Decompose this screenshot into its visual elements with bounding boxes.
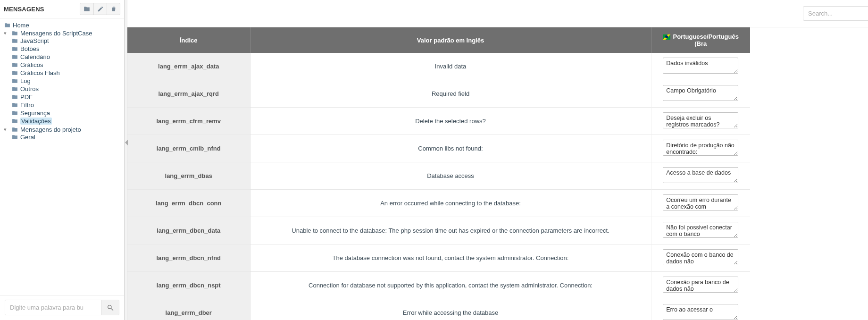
translation-input[interactable] [663,58,738,74]
tree-node[interactable]: Segurança [11,109,122,117]
col-default: Valor padrão em Inglês [250,27,651,53]
folder-icon [11,62,18,68]
pencil-icon [97,6,104,12]
edit-button[interactable] [93,3,107,15]
folder-icon [11,46,18,52]
col-index: Índice [127,27,250,53]
cell-translation [651,217,750,244]
folder-icon [83,6,90,12]
flag-icon [663,34,670,40]
translation-input[interactable] [663,222,738,238]
cell-index: lang_errm_dbcn_conn [127,190,250,217]
cell-index: lang_errm_dbas [127,162,250,190]
cell-default: Invalid data [250,53,651,80]
table-search-input[interactable] [803,6,868,21]
cell-default: Delete the selected rows? [250,108,651,135]
trash-icon [110,6,117,12]
translation-input[interactable] [663,277,738,293]
tree-search [5,300,119,315]
cell-translation [651,108,750,135]
sidebar-header: MENSAGENS [0,0,124,18]
table-row: lang_errm_ajax_dataInvalid data [127,53,750,80]
tree-node-label: PDF [20,93,33,101]
table-row: lang_errm_dbasDatabase access [127,162,750,190]
tree-node[interactable]: ▾Mensagens do ScriptCase [4,30,122,37]
translation-input[interactable] [663,249,738,265]
tree-node[interactable]: Log [11,77,122,84]
cell-translation [651,53,750,80]
table-row: lang_errm_ajax_rqrdRequired field [127,80,750,108]
tree-node-label: Outros [20,85,39,93]
tree-node-label: Segurança [20,109,50,117]
cell-index: lang_errm_dbcn_data [127,217,250,244]
cell-index: lang_errm_dbcn_nspt [127,272,250,299]
translation-input[interactable] [663,112,738,128]
tree-node-label: Botões [20,45,39,52]
folder-icon [11,118,18,124]
cell-default: The database connection was not found, c… [250,244,651,272]
folder-icon [11,38,18,44]
tree-node-label: Mensagens do ScriptCase [20,30,92,37]
tree-node[interactable]: JavaScript [11,37,122,44]
cell-translation [651,190,750,217]
translation-input[interactable] [663,194,738,211]
main: Índice Valor padrão em Inglês Portuguese… [127,0,868,320]
folder-icon [11,102,18,108]
table-row: lang_errm_cfrm_remvDelete the selected r… [127,108,750,135]
cell-index: lang_errm_dber [127,299,250,320]
folder-icon [11,54,18,60]
tree-node-label: Geral [20,134,35,141]
tree-node-label: Mensagens do projeto [20,126,81,133]
cell-index: lang_errm_ajax_data [127,53,250,80]
table-row: lang_errm_dbcn_connAn error occurred whi… [127,190,750,217]
tree-node-label: Filtro [20,101,34,109]
topbar [127,0,868,27]
tree-node-label: Log [20,77,31,84]
cell-translation [651,299,750,320]
tree-node[interactable]: Geral [11,134,122,141]
folder-icon [11,126,18,133]
tree-search-button[interactable] [101,300,119,315]
sidebar-toolbar [80,3,120,15]
tree-node[interactable]: Home [4,22,122,29]
table-row: lang_errm_dberError while accessing the … [127,299,750,320]
cell-default: Unable to connect to the database: The p… [250,217,651,244]
tree-node[interactable]: PDF [11,93,122,101]
cell-translation [651,244,750,272]
table-wrap[interactable]: Índice Valor padrão em Inglês Portuguese… [127,27,868,320]
tree-node[interactable]: Gráficos [11,61,122,68]
sidebar: MENSAGENS Home▾Mensagens do ScriptCaseJa… [0,0,125,320]
cell-translation [651,135,750,162]
table-row: lang_errm_dbcn_dataUnable to connect to … [127,217,750,244]
cell-translation [651,162,750,190]
table-row: lang_errm_dbcn_nfndThe database connecti… [127,244,750,272]
folder-icon [11,70,18,76]
cell-default: Error while accessing the database [250,299,651,320]
translation-input[interactable] [663,304,738,320]
tree-node[interactable]: Outros [11,85,122,93]
cell-index: lang_errm_cfrm_remv [127,108,250,135]
tree-node[interactable]: Calendário [11,53,122,60]
table-row: lang_errm_cmlb_nfndCommon libs not found… [127,135,750,162]
new-folder-button[interactable] [80,3,93,15]
cell-default: Required field [250,80,651,108]
tree-node[interactable]: Botões [11,45,122,52]
translation-input[interactable] [663,167,738,183]
tree-node[interactable]: Gráficos Flash [11,69,122,76]
tree: Home▾Mensagens do ScriptCaseJavaScriptBo… [0,18,124,295]
tree-search-input[interactable] [5,300,101,315]
tree-node[interactable]: Validações [11,118,122,125]
folder-icon [11,86,18,92]
delete-button[interactable] [107,3,120,15]
tree-node[interactable]: ▾Mensagens do projeto [4,126,122,133]
tree-node[interactable]: Filtro [11,101,122,109]
folder-icon [11,134,18,140]
tree-node-label: Validações [20,118,52,125]
search-icon [107,304,114,312]
cell-default: Common libs not found: [250,135,651,162]
translation-input[interactable] [663,85,738,101]
tree-node-label: Home [13,22,29,29]
tree-node-label: Gráficos Flash [20,69,60,76]
translation-input[interactable] [663,140,738,156]
cell-default: An error occurred while connecting to th… [250,190,651,217]
